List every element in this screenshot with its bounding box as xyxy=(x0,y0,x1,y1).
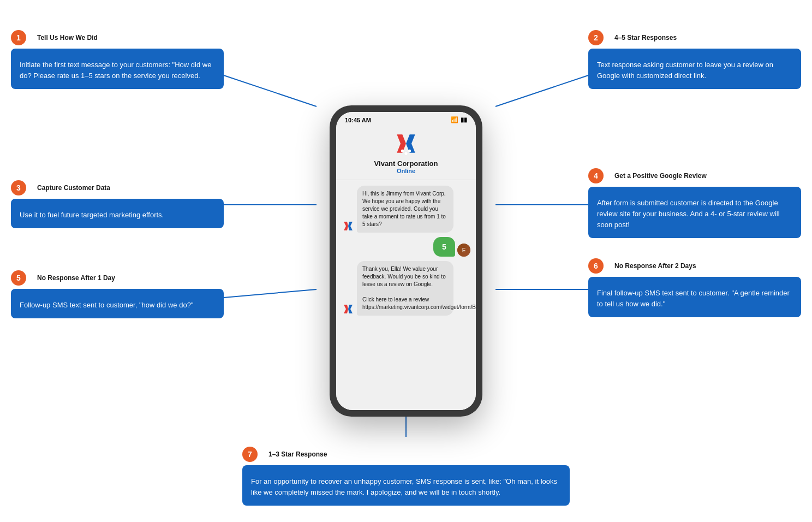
phone-mockup: 10:45 AM 📶 ▮▮ xyxy=(330,105,482,417)
box-2-card: Text response asking customer to leave y… xyxy=(588,49,801,89)
info-box-2: 2 4–5 Star Responses Text response askin… xyxy=(588,30,801,89)
box-1-title: Tell Us How We Did xyxy=(31,32,104,44)
box-7-card: For an opportunity to recover an unhappy… xyxy=(242,465,570,506)
box-4-card: After form is submitted customer is dire… xyxy=(588,187,801,238)
svg-point-11 xyxy=(408,150,411,152)
info-box-4: 4 Get a Positive Google Review After for… xyxy=(588,168,801,238)
box-1-number: 1 xyxy=(11,30,26,45)
chat-bubble-vivant-1: Hi, this is Jimmy from Vivant Corp. We h… xyxy=(357,186,453,233)
phone-device: 10:45 AM 📶 ▮▮ xyxy=(330,105,482,417)
box-5-text: Follow-up SMS text sent to customer, "ho… xyxy=(20,300,215,311)
info-box-1: 1 Tell Us How We Did Initiate the first … xyxy=(11,30,224,89)
chat-bubble-customer: 5 xyxy=(433,237,455,257)
box-4-text: After form is submitted customer is dire… xyxy=(597,198,792,230)
box-3-text: Use it to fuel future targeted marketing… xyxy=(20,210,215,221)
vivant-avatar-small xyxy=(342,220,355,233)
vivant-avatar-small-2 xyxy=(342,302,355,316)
box-2-title: 4–5 Star Responses xyxy=(608,32,683,44)
chat-message-2: 5 E xyxy=(342,237,470,257)
box-6-title: No Response After 2 Days xyxy=(608,260,703,272)
box-7-title: 1–3 Star Response xyxy=(262,448,333,460)
box-4-title: Get a Positive Google Review xyxy=(608,170,713,182)
customer-avatar: E xyxy=(457,244,470,257)
chat-area: Hi, this is Jimmy from Vivant Corp. We h… xyxy=(336,180,476,410)
box-6-number: 6 xyxy=(588,258,604,274)
status-icons: 📶 ▮▮ xyxy=(451,116,467,123)
company-status: Online xyxy=(397,168,415,174)
box-1-text: Initiate the first text message to your … xyxy=(20,60,215,81)
box-5-title: No Response After 1 Day xyxy=(31,272,122,284)
svg-point-10 xyxy=(405,152,408,155)
box-2-number: 2 xyxy=(588,30,604,45)
box-6-header: 6 No Response After 2 Days xyxy=(588,258,801,274)
svg-line-0 xyxy=(224,75,317,106)
svg-marker-15 xyxy=(348,305,353,313)
wifi-icon: 📶 xyxy=(451,116,458,123)
box-3-title: Capture Customer Data xyxy=(31,182,117,194)
time-display: 10:45 AM xyxy=(345,117,371,123)
chat-bubble-vivant-2: Thank you, Ella! We value your feedback.… xyxy=(357,261,453,316)
box-3-header: 3 Capture Customer Data xyxy=(11,180,224,195)
box-2-text: Text response asking customer to leave y… xyxy=(597,60,792,81)
status-bar: 10:45 AM 📶 ▮▮ xyxy=(336,112,476,126)
vivant-logo xyxy=(392,130,420,157)
box-1-card: Initiate the first text message to your … xyxy=(11,49,224,89)
box-2-header: 2 4–5 Star Responses xyxy=(588,30,801,45)
battery-icon: ▮▮ xyxy=(461,116,467,123)
info-box-3: 3 Capture Customer Data Use it to fuel f… xyxy=(11,180,224,228)
phone-screen: 10:45 AM 📶 ▮▮ xyxy=(336,112,476,410)
box-6-text: Final follow-up SMS text sent to custome… xyxy=(597,288,792,310)
svg-marker-13 xyxy=(348,222,353,230)
info-box-6: 6 No Response After 2 Days Final follow-… xyxy=(588,258,801,317)
box-5-card: Follow-up SMS text sent to customer, "ho… xyxy=(11,289,224,318)
main-container: 10:45 AM 📶 ▮▮ xyxy=(0,0,812,522)
box-7-text: For an opportunity to recover an unhappy… xyxy=(251,476,561,498)
box-3-number: 3 xyxy=(11,180,26,195)
box-7-number: 7 xyxy=(242,447,258,462)
box-6-card: Final follow-up SMS text sent to custome… xyxy=(588,277,801,317)
box-7-header: 7 1–3 Star Response xyxy=(242,447,570,462)
svg-marker-14 xyxy=(344,305,348,313)
phone-header: Vivant Corporation Online xyxy=(336,126,476,180)
box-4-header: 4 Get a Positive Google Review xyxy=(588,168,801,183)
svg-line-3 xyxy=(495,75,588,106)
chat-message-3: Thank you, Ella! We value your feedback.… xyxy=(342,261,470,316)
svg-line-2 xyxy=(224,289,317,298)
box-5-number: 5 xyxy=(11,270,26,286)
chat-message-1: Hi, this is Jimmy from Vivant Corp. We h… xyxy=(342,186,470,233)
info-box-7: 7 1–3 Star Response For an opportunity t… xyxy=(242,447,570,506)
svg-marker-12 xyxy=(344,222,348,230)
box-1-header: 1 Tell Us How We Did xyxy=(11,30,224,45)
company-name: Vivant Corporation xyxy=(374,159,438,168)
info-box-5: 5 No Response After 1 Day Follow-up SMS … xyxy=(11,270,224,318)
box-4-number: 4 xyxy=(588,168,604,183)
svg-point-9 xyxy=(401,150,404,152)
box-3-card: Use it to fuel future targeted marketing… xyxy=(11,199,224,228)
box-5-header: 5 No Response After 1 Day xyxy=(11,270,224,286)
